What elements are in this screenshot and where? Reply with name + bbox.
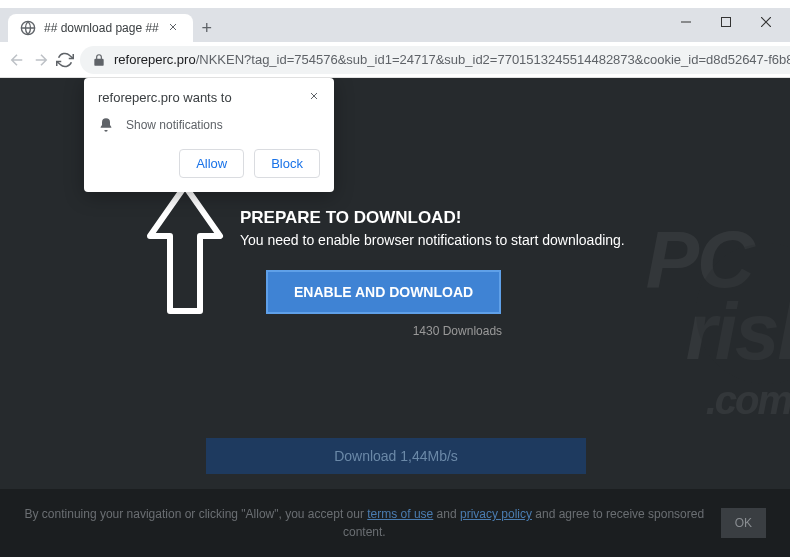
prepare-heading: PREPARE TO DOWNLOAD! bbox=[240, 208, 625, 228]
url-domain: reforeperc.pro bbox=[114, 52, 196, 67]
tab-close-icon[interactable] bbox=[167, 21, 181, 35]
cookie-text: By continuing your navigation or clickin… bbox=[24, 505, 705, 541]
privacy-link[interactable]: privacy policy bbox=[460, 507, 532, 521]
browser-toolbar: reforeperc.pro /NKKEN?tag_id=754576&sub_… bbox=[0, 42, 790, 78]
enable-download-button[interactable]: ENABLE AND DOWNLOAD bbox=[266, 270, 501, 314]
permission-domain-text: reforeperc.pro wants to bbox=[98, 90, 308, 105]
tab-title: ## download page ## bbox=[44, 21, 159, 35]
maximize-button[interactable] bbox=[706, 8, 746, 36]
close-window-button[interactable] bbox=[746, 8, 786, 36]
address-bar[interactable]: reforeperc.pro /NKKEN?tag_id=754576&sub_… bbox=[80, 46, 790, 74]
cookie-banner: By continuing your navigation or clickin… bbox=[0, 489, 790, 557]
globe-icon bbox=[20, 20, 36, 36]
minimize-button[interactable] bbox=[666, 8, 706, 36]
page-content: PC risk .com PREPARE TO DOWNLOAD! You ne… bbox=[0, 78, 790, 557]
download-speed-button[interactable]: Download 1,44Mb/s bbox=[206, 438, 586, 474]
back-button[interactable] bbox=[8, 46, 26, 74]
bell-icon bbox=[98, 117, 114, 133]
lock-icon bbox=[92, 53, 106, 67]
terms-link[interactable]: terms of use bbox=[367, 507, 433, 521]
permission-close-icon[interactable] bbox=[308, 90, 320, 102]
block-button[interactable]: Block bbox=[254, 149, 320, 178]
browser-tab[interactable]: ## download page ## bbox=[8, 14, 193, 42]
forward-button[interactable] bbox=[32, 46, 50, 74]
watermark: PC risk .com bbox=[646, 213, 790, 422]
tab-bar: ## download page ## + bbox=[0, 8, 790, 42]
downloads-count: 1430 Downloads bbox=[290, 324, 625, 338]
allow-button[interactable]: Allow bbox=[179, 149, 244, 178]
pointing-arrow-icon bbox=[145, 186, 225, 320]
svg-rect-2 bbox=[722, 18, 731, 27]
notification-permission-dialog: reforeperc.pro wants to Show notificatio… bbox=[84, 78, 334, 192]
url-path: /NKKEN?tag_id=754576&sub_id1=24717&sub_i… bbox=[196, 52, 790, 67]
new-tab-button[interactable]: + bbox=[193, 14, 221, 42]
permission-body-text: Show notifications bbox=[126, 118, 223, 132]
reload-button[interactable] bbox=[56, 46, 74, 74]
subtitle-text: You need to enable browser notifications… bbox=[240, 232, 625, 248]
cookie-ok-button[interactable]: OK bbox=[721, 508, 766, 538]
